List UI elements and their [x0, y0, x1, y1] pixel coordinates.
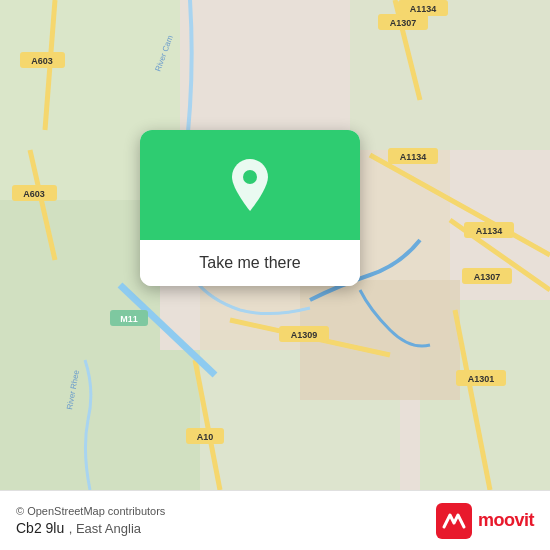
svg-text:A603: A603 [23, 189, 45, 199]
svg-text:A1134: A1134 [400, 152, 427, 162]
location-info: Cb2 9lu , East Anglia [16, 519, 165, 537]
moovit-logo: moovit [436, 503, 534, 539]
bottom-bar: © OpenStreetMap contributors Cb2 9lu , E… [0, 490, 550, 550]
card-header [140, 130, 360, 240]
svg-text:A1309: A1309 [291, 330, 318, 340]
svg-text:A1301: A1301 [468, 374, 495, 384]
svg-text:A1134: A1134 [410, 4, 437, 14]
moovit-icon [436, 503, 472, 539]
moovit-brand-name: moovit [478, 510, 534, 531]
svg-text:A603: A603 [31, 56, 53, 66]
attribution-text: © OpenStreetMap contributors [16, 505, 165, 517]
svg-rect-2 [0, 200, 160, 350]
svg-text:A1307: A1307 [474, 272, 501, 282]
svg-point-42 [243, 170, 257, 184]
map-container: A603 A603 A1307 A1307 A1134 A1134 A1301 … [0, 0, 550, 490]
location-text: Cb2 9lu [16, 520, 64, 536]
region-text: , East Anglia [69, 521, 141, 536]
svg-rect-3 [0, 350, 200, 490]
location-pin-icon [226, 157, 274, 213]
take-me-there-button[interactable]: Take me there [140, 240, 360, 286]
svg-text:A1134: A1134 [476, 226, 503, 236]
svg-text:A1307: A1307 [390, 18, 417, 28]
svg-text:M11: M11 [120, 314, 138, 324]
bottom-left: © OpenStreetMap contributors Cb2 9lu , E… [16, 505, 165, 537]
svg-text:A10: A10 [197, 432, 214, 442]
card: Take me there [140, 130, 360, 286]
